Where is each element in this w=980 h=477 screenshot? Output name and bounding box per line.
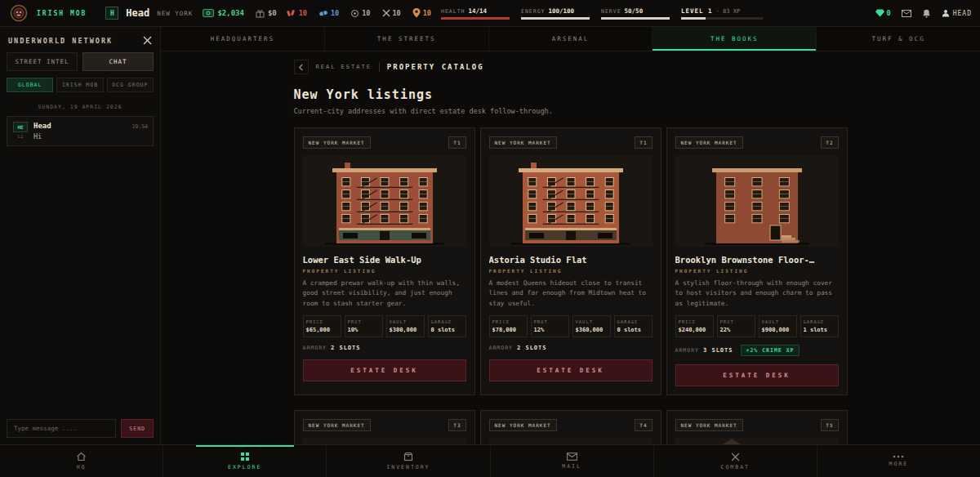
stat-value: 0 slots xyxy=(431,327,463,333)
channel-irish-mob[interactable]: IRISH MOB xyxy=(56,78,103,92)
property-image xyxy=(675,155,839,247)
stat-cell: GARAGE1 slots xyxy=(800,315,839,337)
page-title: New York listings xyxy=(294,87,848,102)
tab-headquarters[interactable]: HEADQUARTERS xyxy=(161,27,324,51)
stat-row: PRICE$78,000PROT12%VAULT$360,000GARAGE0 … xyxy=(489,315,653,337)
tab-chat[interactable]: CHAT xyxy=(82,52,154,71)
stat-label: PRICE xyxy=(492,319,524,324)
stat-label: GARAGE xyxy=(617,319,649,324)
player-name[interactable]: Head xyxy=(126,7,149,19)
bottomnav-inventory[interactable]: INVENTORY xyxy=(326,445,489,477)
bottomnav-mail[interactable]: MAIL xyxy=(490,445,653,477)
send-button[interactable]: SEND xyxy=(121,419,154,438)
market-chip: NEW YORK MARKET xyxy=(303,136,371,149)
bottomnav-hq[interactable]: HQ xyxy=(0,445,163,477)
tier-chip: T4 xyxy=(635,419,652,431)
stat-cell: VAULT$900,000 xyxy=(759,315,797,337)
notifications-bell-icon[interactable] xyxy=(922,9,931,18)
stat-label: GARAGE xyxy=(804,319,835,324)
stat-cell: VAULT$360,000 xyxy=(572,315,611,337)
stat-label: PROT xyxy=(534,319,566,324)
ammo-stat: 10 xyxy=(287,9,307,17)
tab-turf-ocg[interactable]: TURF & OCG xyxy=(816,27,980,51)
estate-desk-button[interactable]: ESTATE DESK xyxy=(303,359,466,381)
tab-the-books[interactable]: THE BOOKS xyxy=(652,27,816,51)
more-dots-icon xyxy=(893,455,904,458)
drugs-stat: 10 xyxy=(318,9,339,17)
box-icon xyxy=(403,452,413,461)
stat-cell: PROT12% xyxy=(531,315,569,337)
channel-global[interactable]: GLOBAL xyxy=(7,78,53,92)
player-city: NEW YORK xyxy=(157,10,193,17)
stat-cell: VAULT$300,000 xyxy=(386,315,425,337)
channel-ocg-group[interactable]: OCG GROUP xyxy=(107,78,154,92)
stat-cell: PROT10% xyxy=(345,315,383,337)
bottomnav-more[interactable]: MORE xyxy=(817,445,980,477)
faction-label[interactable]: IRISH MOB xyxy=(37,10,87,17)
stat-value: 12% xyxy=(534,327,566,333)
property-image xyxy=(489,438,653,444)
level-indicator: LEVEL 1· 83 XP xyxy=(681,7,763,20)
topbar: IRISH MOB H Head NEW YORK $2,034 $0 10 1… xyxy=(0,0,980,27)
stat-label: PRICE xyxy=(679,319,710,324)
stat-value: $900,000 xyxy=(762,327,794,333)
property-card: NEW YORK MARKET T3 xyxy=(294,410,475,444)
stat-cell: PRICE$240,000 xyxy=(675,315,714,337)
stat-value: 10% xyxy=(348,327,380,333)
tier-chip: T2 xyxy=(821,136,838,149)
property-title: Astoria Studio Flat xyxy=(489,255,653,265)
stat-cell: GARAGE0 slots xyxy=(614,315,653,337)
property-description: A modest Queens hideout close to transit… xyxy=(489,279,653,310)
status-bars: HEALTH14/14 ENERGY100/100 NERVE50/50 LEV… xyxy=(441,7,763,20)
chat-input[interactable] xyxy=(7,419,116,438)
back-button[interactable] xyxy=(294,60,309,74)
market-chip: NEW YORK MARKET xyxy=(489,136,557,149)
drugs-icon xyxy=(318,9,328,17)
money-icon xyxy=(203,9,214,17)
stat-cell: PROT22% xyxy=(717,315,755,337)
bottomnav-combat[interactable]: COMBAT xyxy=(653,445,817,477)
gift-counter: $0 xyxy=(256,9,277,18)
property-title: Brooklyn Brownstone Floor-… xyxy=(675,255,839,265)
property-card: NEW YORK MARKET T1 Astoria Studio Flat P… xyxy=(480,127,662,395)
combat-icon xyxy=(382,9,390,17)
combat-stat: 10 xyxy=(382,9,401,17)
close-icon[interactable] xyxy=(143,36,152,45)
property-card: NEW YORK MARKET T5 xyxy=(666,410,848,444)
stat-label: VAULT xyxy=(762,319,794,324)
sidebar-title: UNDERWORLD NETWORK xyxy=(8,37,113,45)
market-chip: NEW YORK MARKET xyxy=(675,419,743,431)
tab-the-streets[interactable]: THE STREETS xyxy=(324,27,488,51)
stat-row: PRICE$240,000PROT22%VAULT$900,000GARAGE1… xyxy=(675,315,839,337)
tab-street-intel[interactable]: STREET INTEL xyxy=(7,52,78,71)
property-card: NEW YORK MARKET T1 Lower East Side Walk-… xyxy=(294,127,475,395)
stat-value: 0 slots xyxy=(617,327,649,333)
home-icon xyxy=(76,452,87,461)
estate-desk-button[interactable]: ESTATE DESK xyxy=(489,359,653,381)
property-image xyxy=(303,438,466,444)
target-icon xyxy=(350,9,359,18)
breadcrumb-divider xyxy=(379,62,380,72)
cash-counter: $2,034 xyxy=(203,9,244,17)
property-card: NEW YORK MARKET T2 Brooklyn Brownstone F… xyxy=(666,127,848,395)
bottomnav-explore[interactable]: EXPLORE xyxy=(163,445,326,477)
premium-counter[interactable]: 0 xyxy=(875,9,891,17)
stat-label: PROT xyxy=(348,319,380,324)
armory-row: ARMORY 2 SLOTS xyxy=(489,345,653,351)
location-pin-icon xyxy=(412,8,421,18)
breadcrumb-section[interactable]: REAL ESTATE xyxy=(316,64,372,70)
gem-icon xyxy=(875,9,884,17)
market-chip: NEW YORK MARKET xyxy=(489,419,557,431)
nerve-bar: NERVE50/50 xyxy=(601,7,670,20)
stat-label: VAULT xyxy=(390,319,421,324)
stat-label: PROT xyxy=(720,319,752,324)
mail-icon[interactable] xyxy=(902,10,911,17)
user-menu[interactable]: HEAD xyxy=(942,9,972,17)
app-logo-icon[interactable] xyxy=(8,4,29,22)
message-time: 19:54 xyxy=(131,123,148,130)
main-nav: HEADQUARTERS THE STREETS ARSENAL THE BOO… xyxy=(161,27,980,51)
grid-icon xyxy=(240,452,250,461)
health-bar: HEALTH14/14 xyxy=(441,7,510,20)
estate-desk-button[interactable]: ESTATE DESK xyxy=(675,364,839,386)
tab-arsenal[interactable]: ARSENAL xyxy=(488,27,653,51)
